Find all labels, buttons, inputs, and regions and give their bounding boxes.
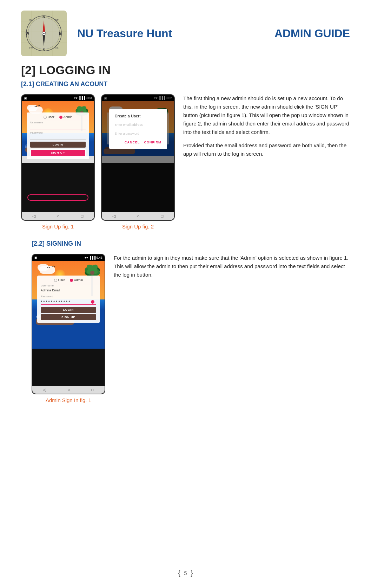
section21-content: ▣ ▾▾ ▐▐▐ 9:03 [21, 94, 350, 230]
password-field-1 [30, 135, 86, 140]
radio-circle-user-3 [54, 279, 57, 282]
header: N S E W NW NE SW SE [21, 11, 350, 56]
modal-cancel-btn[interactable]: CANCEL [125, 141, 140, 144]
admin-signin-col: ▣ ▾▾ ▐▐▐ 9:43 [32, 254, 105, 403]
signup-fig1-screen: ▣ ▾▾ ▐▐▐ 9:03 [22, 95, 94, 220]
radio-user-1: User [44, 115, 54, 119]
status-bar-1: ▣ ▾▾ ▐▐▐ 9:03 [22, 95, 94, 101]
section22-title: [2.2] SIGNING IN [32, 240, 350, 247]
home-btn-3: ○ [67, 387, 70, 392]
password-label-3: Password [41, 295, 96, 298]
radio-user-label-3: User [58, 278, 65, 282]
page-footer: { 5 } [21, 568, 350, 577]
section22: [2.2] SIGNING IN ▣ ▾▾ ▐▐▐ 9:43 [21, 240, 350, 403]
recents-btn-3: □ [91, 387, 94, 392]
modal-buttons: CANCEL CONFIRM [115, 141, 161, 144]
signup-screenshots: ▣ ▾▾ ▐▐▐ 9:03 [21, 94, 175, 230]
brace-close: } [191, 568, 193, 577]
radio-admin-1: Admin [59, 115, 73, 119]
radio-user-label-1: User [48, 115, 54, 119]
back-btn-3: ◁ [43, 387, 46, 392]
signup-fig2-col: ▣ ▾▾ ▐▐▐ 9:02 [101, 94, 175, 230]
password-slider [91, 300, 94, 304]
radio-admin-3: Admin [70, 278, 83, 282]
radio-circle-user-1 [44, 116, 47, 119]
page-number: 5 [184, 570, 187, 576]
signup-btn-1[interactable]: SIGN UP [30, 149, 86, 156]
signup-btn-3[interactable]: SIGN UP [41, 314, 96, 320]
svg-text:SE: SE [55, 46, 59, 49]
footer-line-right [199, 573, 350, 573]
app-title: NU Treasure Hunt [77, 27, 172, 40]
signup-fig1-col: ▣ ▾▾ ▐▐▐ 9:03 [21, 94, 95, 230]
svg-text:SW: SW [29, 46, 33, 49]
home-btn-2: ○ [137, 214, 139, 219]
birds-1 [34, 104, 45, 109]
status-icons-1: ▾▾ ▐▐▐ 9:03 [74, 96, 92, 100]
section21-title: [2.1] CREATING AN ACOUNT [21, 80, 350, 88]
fig2-caption: Sign Up fig. 2 [122, 224, 154, 230]
guide-title: ADMIN GUIDE [274, 27, 350, 40]
login-btn-3[interactable]: LOGIN [41, 307, 96, 313]
status-notification-icon-3: ▣ [34, 256, 38, 259]
signal-icon: ▐▐▐ [78, 96, 85, 100]
username-label-3: Username [41, 284, 96, 287]
radio-row-3: User Admin [41, 278, 96, 282]
section22-text: For the admin to sign in they must make … [114, 254, 350, 279]
home-btn-1: ○ [57, 214, 59, 219]
radio-admin-label-1: Admin [64, 115, 73, 119]
radio-row-1: User Admin [30, 115, 86, 119]
footer-line-left [21, 573, 172, 573]
username-label-1: Username [30, 121, 86, 124]
svg-text:NW: NW [29, 19, 33, 21]
password-dots-3: •••••••••••• [41, 299, 71, 304]
wifi-icon: ▾▾ [74, 96, 78, 100]
signup-fig2-phone: ▣ ▾▾ ▐▐▐ 9:02 [101, 94, 175, 221]
login-btn-1[interactable]: LOGIN [30, 142, 86, 148]
modal-overlay: Create a User: Enter email address Enter… [102, 95, 174, 212]
back-btn-2: ◁ [112, 214, 115, 219]
svg-point-20 [43, 33, 45, 34]
modal-confirm-btn[interactable]: CONFIRM [144, 141, 161, 144]
radio-circle-admin-3 [70, 279, 73, 282]
bottom-nav-1: ◁ ○ □ [22, 212, 94, 220]
recents-btn-1: □ [81, 214, 83, 219]
signal-icon-3: ▐▐▐ [89, 256, 95, 259]
birds-3 [46, 264, 59, 271]
page: N S E W NW NE SW SE [0, 0, 371, 588]
status-icons-3: ▾▾ ▐▐▐ 9:43 [85, 256, 102, 259]
back-btn-1: ◁ [32, 214, 35, 219]
header-text-area: NU Treasure Hunt ADMIN GUIDE [77, 27, 350, 40]
time-display-1: 9:03 [86, 96, 92, 100]
sea-bottom-3 [32, 328, 105, 349]
time-display-3: 9:43 [96, 256, 102, 259]
wifi-icon-3: ▾▾ [85, 256, 88, 259]
desc-p2: Provided that the email address and pass… [183, 141, 350, 158]
username-field-1 [30, 124, 86, 129]
brace-open: { [178, 568, 180, 577]
section21-text: The first thing a new admin should do is… [183, 94, 350, 158]
svg-text:NE: NE [55, 19, 59, 21]
footer-page-number-area: { 5 } [172, 568, 199, 577]
status-notification-icon: ▣ [24, 96, 27, 100]
bottom-nav-2: ◁ ○ □ [102, 212, 174, 220]
login-form-1: User Admin Username Password [27, 112, 89, 159]
radio-user-3: User [54, 278, 65, 282]
svg-point-45 [90, 271, 94, 275]
radio-circle-admin-1 [59, 116, 62, 119]
status-bar-3: ▣ ▾▾ ▐▐▐ 9:43 [32, 254, 105, 261]
admin-signin-screen: ▣ ▾▾ ▐▐▐ 9:43 [32, 254, 105, 394]
modal-email-field[interactable]: Enter email address [115, 123, 161, 128]
password-label-1: Password [30, 131, 86, 134]
recents-btn-2: □ [161, 214, 163, 219]
modal-title: Create a User: [115, 114, 161, 118]
section2-title: [2] LOGGING IN [21, 63, 350, 77]
admin-signin-phone: ▣ ▾▾ ▐▐▐ 9:43 [32, 254, 105, 394]
bottom-nav-3: ◁ ○ □ [32, 386, 105, 394]
admin-email-value: Admins Email [41, 287, 96, 293]
password-field-3: •••••••••••• [41, 298, 96, 305]
signup-fig1-phone: ▣ ▾▾ ▐▐▐ 9:03 [21, 94, 95, 221]
section22-content: ▣ ▾▾ ▐▐▐ 9:43 [32, 254, 350, 403]
fig1-caption: Sign Up fig. 1 [42, 224, 74, 230]
modal-password-field[interactable]: Enter a password [115, 132, 161, 137]
